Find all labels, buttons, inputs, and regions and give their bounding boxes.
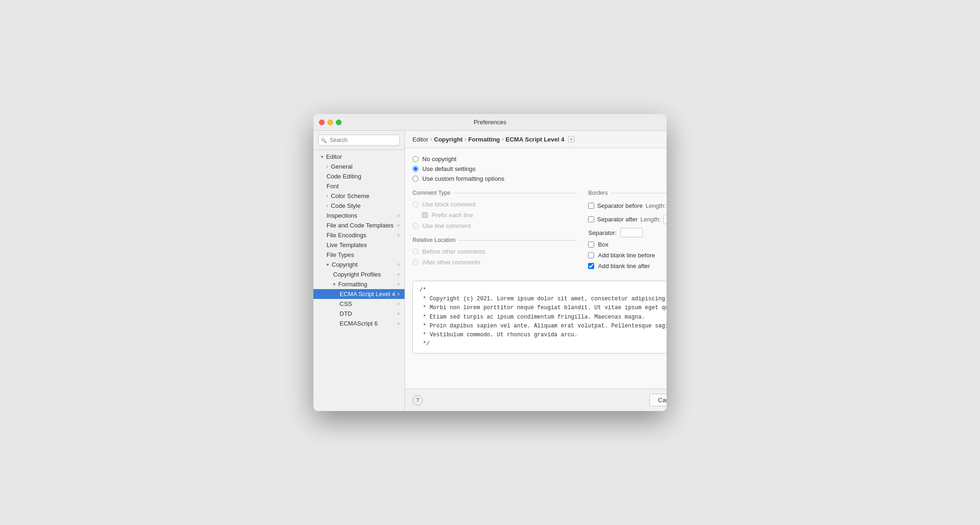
sidebar-item-editor[interactable]: ▾ Editor bbox=[313, 152, 405, 162]
use-custom-label: Use custom formatting options bbox=[422, 175, 504, 182]
sidebar-item-label: Formatting bbox=[338, 281, 367, 288]
sidebar-item-general[interactable]: › General bbox=[313, 162, 405, 171]
sidebar-item-code-style[interactable]: › Code Style bbox=[313, 201, 405, 211]
sidebar-item-copyright[interactable]: ▾ Copyright ≡ bbox=[313, 260, 405, 270]
breadcrumb-ecma: ECMA Script Level 4 bbox=[505, 136, 564, 143]
blank-before-label: Add blank line before bbox=[598, 252, 655, 259]
blank-before-checkbox[interactable] bbox=[588, 252, 594, 258]
after-other-label: After other comments bbox=[422, 259, 480, 266]
sidebar-item-file-code-templates[interactable]: File and Code Templates ≡ bbox=[313, 220, 405, 230]
search-wrap bbox=[318, 135, 400, 146]
length-label-2: Length: bbox=[640, 216, 660, 223]
breadcrumb-editor: Editor bbox=[412, 136, 428, 143]
settings-icon: ≡ bbox=[397, 301, 400, 306]
line-comment-row: Use line comment bbox=[412, 222, 577, 229]
separator-char-input[interactable] bbox=[620, 228, 643, 237]
settings-icon: ≡ bbox=[397, 233, 400, 238]
separator-before-row: Separator before Length: bbox=[588, 201, 667, 211]
minimize-button[interactable] bbox=[327, 120, 333, 125]
separator-after-length[interactable] bbox=[663, 214, 667, 224]
sidebar-item-code-editing[interactable]: Code Editing bbox=[313, 171, 405, 181]
blank-after-checkbox[interactable] bbox=[588, 263, 594, 269]
block-comment-label: Use block comment bbox=[422, 201, 476, 208]
sidebar-item-css[interactable]: CSS ≡ bbox=[313, 299, 405, 309]
maximize-button[interactable] bbox=[336, 120, 341, 125]
sidebar-item-ecmascript-6[interactable]: ECMAScript 6 ≡ bbox=[313, 319, 405, 328]
settings-icon: ≡ bbox=[397, 311, 400, 316]
sidebar-item-label: Code Editing bbox=[327, 173, 361, 180]
breadcrumb-menu-icon[interactable]: ≡ bbox=[568, 136, 575, 142]
right-column: Borders Separator before Length: Se bbox=[588, 190, 667, 273]
expand-arrow: ▾ bbox=[321, 154, 323, 159]
window-title: Preferences bbox=[474, 119, 506, 126]
box-checkbox[interactable] bbox=[588, 241, 594, 248]
after-other-row: After other comments bbox=[412, 259, 577, 266]
no-copyright-label: No copyright bbox=[422, 156, 456, 163]
sidebar-item-inspections[interactable]: Inspections ≡ bbox=[313, 211, 405, 220]
use-default-radio[interactable] bbox=[412, 166, 419, 172]
no-copyright-radio[interactable] bbox=[412, 156, 419, 162]
sidebar-item-color-scheme[interactable]: › Color Scheme bbox=[313, 191, 405, 201]
footer: ? Cancel Apply OK bbox=[405, 389, 667, 411]
prefix-each-line-row: Prefix each line bbox=[422, 212, 577, 219]
box-label: Box bbox=[598, 241, 608, 248]
radio-no-copyright-row: No copyright bbox=[412, 156, 667, 163]
sidebar-item-dtd[interactable]: DTD ≡ bbox=[313, 309, 405, 319]
blank-after-row: Add blank line after bbox=[588, 262, 667, 270]
sidebar-item-file-encodings[interactable]: File Encodings ≡ bbox=[313, 230, 405, 240]
sidebar-item-copyright-profiles[interactable]: Copyright Profiles ≡ bbox=[313, 270, 405, 279]
cancel-button[interactable]: Cancel bbox=[649, 394, 667, 406]
sidebar-item-label: ECMAScript 6 bbox=[340, 320, 378, 327]
breadcrumb-sep-1: › bbox=[430, 136, 432, 142]
relative-location-label: Relative Location bbox=[412, 237, 455, 243]
line-comment-radio[interactable] bbox=[412, 223, 419, 229]
settings-icon: ≡ bbox=[397, 321, 400, 326]
sidebar-item-label: Font bbox=[327, 183, 339, 190]
close-button[interactable] bbox=[319, 120, 325, 125]
sidebar-item-formatting[interactable]: ▾ Formatting ≡ bbox=[313, 279, 405, 289]
expand-arrow: › bbox=[327, 193, 328, 199]
sidebar-item-ecma-script-level-4[interactable]: ECMA Script Level 4 ≡ bbox=[313, 289, 405, 299]
separator-after-row: Separator after Length: bbox=[588, 214, 667, 224]
sidebar-item-live-templates[interactable]: Live Templates bbox=[313, 240, 405, 250]
copyright-mode-group: No copyright Use default settings Use cu… bbox=[412, 156, 667, 182]
radio-use-default-row: Use default settings bbox=[412, 165, 667, 172]
prefix-each-line-checkbox[interactable] bbox=[422, 212, 428, 218]
search-box bbox=[313, 131, 405, 150]
help-button[interactable]: ? bbox=[412, 395, 423, 405]
sidebar-item-file-types[interactable]: File Types bbox=[313, 250, 405, 260]
after-other-radio[interactable] bbox=[412, 259, 419, 265]
breadcrumb: Editor › Copyright › Formatting › ECMA S… bbox=[405, 131, 667, 148]
borders-header: Borders bbox=[588, 190, 667, 196]
separator-after-checkbox[interactable] bbox=[588, 216, 594, 222]
breadcrumb-formatting: Formatting bbox=[468, 136, 500, 143]
radio-use-custom-row: Use custom formatting options bbox=[412, 175, 667, 182]
use-custom-radio[interactable] bbox=[412, 176, 419, 182]
breadcrumb-copyright: Copyright bbox=[434, 136, 462, 143]
before-other-radio[interactable] bbox=[412, 248, 419, 255]
sidebar-item-label: Inspections bbox=[327, 212, 357, 219]
box-row: Box bbox=[588, 241, 667, 248]
sidebar-item-label: Copyright Profiles bbox=[333, 271, 381, 278]
sidebar-item-label: File Encodings bbox=[327, 232, 366, 239]
sidebar-item-label: File Types bbox=[327, 251, 354, 258]
block-comment-radio[interactable] bbox=[412, 201, 419, 207]
search-input[interactable] bbox=[318, 135, 400, 146]
relative-location-header: Relative Location bbox=[412, 237, 577, 243]
borders-label: Borders bbox=[588, 190, 608, 196]
separator-char-label: Separator: bbox=[588, 229, 617, 236]
main-content: ▾ Editor › General Code Editing Font bbox=[313, 131, 667, 411]
expand-arrow: › bbox=[327, 203, 328, 208]
comment-type-label: Comment Type bbox=[412, 190, 450, 196]
blank-before-row: Add blank line before bbox=[588, 252, 667, 259]
preferences-window: Preferences ▾ Editor › General bbox=[313, 114, 667, 411]
separator-before-checkbox[interactable] bbox=[588, 203, 594, 209]
comment-type-header: Comment Type bbox=[412, 190, 577, 196]
separator-char-row: Separator: bbox=[588, 228, 667, 237]
settings-icon: ≡ bbox=[397, 262, 400, 267]
settings-icon: ≡ bbox=[397, 291, 400, 297]
before-other-label: Before other comments bbox=[422, 248, 485, 255]
sidebar-item-font[interactable]: Font bbox=[313, 181, 405, 191]
titlebar: Preferences bbox=[313, 114, 667, 131]
use-default-label: Use default settings bbox=[422, 165, 476, 172]
